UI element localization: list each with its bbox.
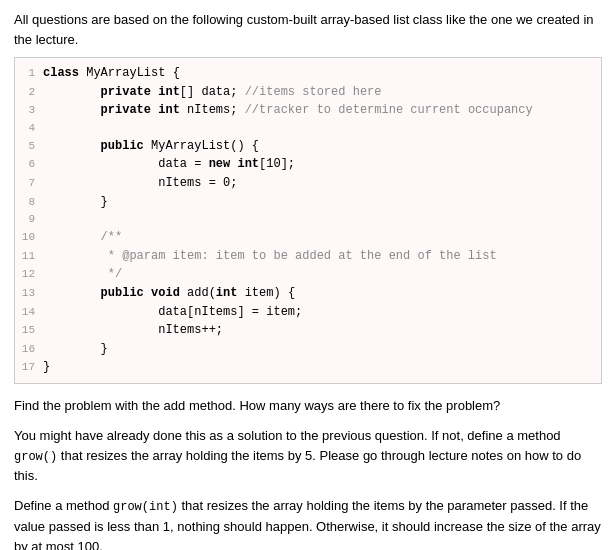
line-text: } xyxy=(43,193,108,212)
code-line-11: 11 * @param item: item to be added at th… xyxy=(15,247,601,266)
line-text: /** xyxy=(43,228,122,247)
line-number: 8 xyxy=(15,194,43,211)
line-number: 7 xyxy=(15,175,43,192)
code-line-10: 10 /** xyxy=(15,228,601,247)
line-number: 14 xyxy=(15,304,43,321)
line-text: data = new int[10]; xyxy=(43,155,295,174)
line-text: class MyArrayList { xyxy=(43,64,180,83)
line-text: } xyxy=(43,340,108,359)
code-block: 1 class MyArrayList { 2 private int[] da… xyxy=(14,57,602,384)
line-text: public MyArrayList() { xyxy=(43,137,259,156)
line-text: private int[] data; //items stored here xyxy=(43,83,381,102)
code-line-4: 4 xyxy=(15,120,601,137)
line-text: * @param item: item to be added at the e… xyxy=(43,247,497,266)
line-text: nItems++; xyxy=(43,321,223,340)
para1-suffix: that resizes the array holding the items… xyxy=(14,448,581,484)
line-number: 12 xyxy=(15,266,43,283)
line-number: 13 xyxy=(15,285,43,302)
line-number: 16 xyxy=(15,341,43,358)
line-number: 10 xyxy=(15,229,43,246)
line-number: 3 xyxy=(15,102,43,119)
code-line-2: 2 private int[] data; //items stored her… xyxy=(15,83,601,102)
code-line-5: 5 public MyArrayList() { xyxy=(15,137,601,156)
line-number: 6 xyxy=(15,156,43,173)
code-line-14: 14 data[nItems] = item; xyxy=(15,303,601,322)
intro-text: All questions are based on the following… xyxy=(14,10,602,49)
para1-code: grow() xyxy=(14,450,57,464)
paragraph-1: You might have already done this as a so… xyxy=(14,426,602,487)
line-number: 15 xyxy=(15,322,43,339)
code-line-13: 13 public void add(int item) { xyxy=(15,284,601,303)
code-line-8: 8 } xyxy=(15,193,601,212)
code-line-15: 15 nItems++; xyxy=(15,321,601,340)
code-line-16: 16 } xyxy=(15,340,601,359)
line-text: */ xyxy=(43,265,122,284)
question-1: Find the problem with the add method. Ho… xyxy=(14,396,602,416)
paragraph-2: Define a method grow(int) that resizes t… xyxy=(14,496,602,550)
code-line-17: 17 } xyxy=(15,358,601,377)
line-text: nItems = 0; xyxy=(43,174,237,193)
line-text: data[nItems] = item; xyxy=(43,303,302,322)
line-number: 9 xyxy=(15,211,43,228)
para2-code: grow(int) xyxy=(113,500,178,514)
code-line-1: 1 class MyArrayList { xyxy=(15,64,601,83)
code-line-3: 3 private int nItems; //tracker to deter… xyxy=(15,101,601,120)
code-line-6: 6 data = new int[10]; xyxy=(15,155,601,174)
code-line-7: 7 nItems = 0; xyxy=(15,174,601,193)
line-number: 11 xyxy=(15,248,43,265)
line-text: private int nItems; //tracker to determi… xyxy=(43,101,533,120)
code-line-12: 12 */ xyxy=(15,265,601,284)
line-number: 5 xyxy=(15,138,43,155)
line-number: 17 xyxy=(15,359,43,376)
line-number: 1 xyxy=(15,65,43,82)
para1-prefix: You might have already done this as a so… xyxy=(14,428,561,443)
line-number: 2 xyxy=(15,84,43,101)
line-text: } xyxy=(43,358,50,377)
line-text: public void add(int item) { xyxy=(43,284,295,303)
code-line-9: 9 xyxy=(15,211,601,228)
para2-prefix: Define a method xyxy=(14,498,113,513)
line-number: 4 xyxy=(15,120,43,137)
